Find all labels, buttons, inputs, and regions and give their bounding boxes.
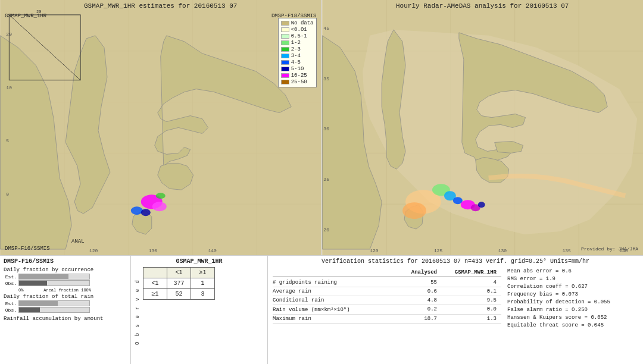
contingency-panel: GSMAP_MWR_1HR O b s e r v e d <1 ≥1: [131, 256, 268, 364]
chart-row-est-2: Est.: [4, 300, 127, 306]
est-bar-2: [18, 300, 90, 306]
verif-row-maxrain: Maximum rain 18.7 1.3: [273, 315, 501, 324]
obs-bar-1: [18, 280, 90, 286]
legend-color-05-1: [281, 34, 289, 39]
svg-point-12: [131, 206, 143, 215]
legend-color-4-5: [281, 60, 289, 65]
contingency-row-gte1: ≥1 52 3: [143, 289, 215, 300]
svg-point-38: [452, 197, 462, 204]
contingency-layout: O b s e r v e d <1 ≥1: [135, 267, 264, 345]
provided-label: Provided by: JWA/JMA: [581, 246, 638, 252]
verif-row-condrain: Conditional rain 4.8 9.5: [273, 296, 501, 305]
verif-label-avgrain: Average rain: [273, 288, 382, 294]
obs-label-1: Obs.: [4, 281, 17, 286]
verif-row-rainvol: Rain volume (mm×km²×10⁶) 0.2 0.0: [273, 305, 501, 315]
svg-point-13: [141, 209, 151, 216]
legend-item-10-25: 10-25: [281, 73, 314, 79]
contingency-header-empty: [143, 268, 167, 278]
legend-color-nodata: [281, 21, 289, 26]
legend-label-05-1: 0.5-1: [291, 33, 307, 39]
contingency-cell-lt1-label: <1: [143, 278, 167, 289]
svg-text:30: 30: [323, 126, 329, 131]
contingency-cell-gte1-label: ≥1: [143, 289, 167, 300]
legend-item-2-3: 2-3: [281, 46, 314, 52]
legend-label-001: <0.01: [291, 27, 307, 33]
svg-text:0: 0: [6, 192, 9, 197]
left-map-title: GSMAP_MWR_1HR estimates for 20160513 07: [84, 2, 237, 10]
legend-label-5-10: 5-10: [291, 66, 304, 72]
obs-bar-fill-1: [19, 281, 47, 285]
chart-row-est-1: Est.: [4, 274, 127, 280]
verif-row-avgrain: Average rain 0.6 0.1: [273, 287, 501, 296]
verif-left-table: Analysed GSMAP_MWR_1HR # gridpoints rain…: [273, 268, 501, 328]
verif-val-rainvol-gsmap: 0.0: [442, 306, 501, 313]
contingency-cell-gte1-gte1: 3: [191, 289, 215, 300]
verif-val-maxrain-analysed: 18.7: [382, 316, 442, 322]
legend-item-nodata: No data: [281, 20, 314, 26]
chart-totalrain-bars: Est. Obs.: [4, 300, 127, 313]
verif-label-rainvol: Rain volume (mm×km²×10⁶): [273, 306, 382, 313]
legend-item-25-50: 25-50: [281, 79, 314, 85]
stat-far: False alarm ratio = 0.250: [507, 307, 638, 313]
stat-rms: RMS error = 1.9: [507, 276, 638, 282]
right-map-panel: Hourly Radar-AMeDAS analysis for 2016051…: [322, 0, 644, 255]
verif-content: Analysed GSMAP_MWR_1HR # gridpoints rain…: [273, 268, 638, 328]
verif-header-row: Analysed GSMAP_MWR_1HR: [273, 268, 501, 277]
left-map-label-bl: DMSP-F16/SSMIS: [5, 246, 50, 252]
svg-point-35: [402, 202, 426, 219]
est-label-2: Est.: [4, 301, 17, 306]
satellite-label: DMSP-F16/SSMIS: [4, 258, 127, 265]
svg-text:130: 130: [149, 248, 158, 253]
stat-corr: Correlation coeff = 0.627: [507, 284, 638, 290]
chart-occurrence: Daily fraction by occurrence Est. Obs.: [4, 267, 127, 293]
axis-start-1: 0%: [18, 288, 23, 293]
svg-text:135: 135: [562, 248, 571, 253]
chart-totalrain-title: Daily fraction of total rain: [4, 294, 127, 300]
legend-item-5-10: 5-10: [281, 66, 314, 72]
svg-point-11: [152, 202, 167, 211]
est-bar-fill-2: [19, 301, 58, 306]
svg-text:120: 120: [370, 248, 379, 253]
legend-label-3-4: 3-4: [291, 53, 301, 59]
obs-bar-fill-2: [19, 307, 40, 312]
contingency-header-gte1: ≥1: [191, 268, 215, 278]
verif-title: Verification statistics for 20160513 07 …: [273, 258, 638, 265]
chart-occurrence-title: Daily fraction by occurrence: [4, 267, 127, 273]
anal-label: ANAL: [71, 239, 85, 244]
chart-accumulation-title: Rainfall accumulation by amount: [4, 316, 127, 322]
right-map-title: Hourly Radar-AMeDAS analysis for 2016051…: [396, 2, 569, 10]
legend-panel: No data <0.01 0.5-1 1-2 2-3: [278, 18, 317, 87]
legend-color-3-4: [281, 54, 289, 58]
legend-label-25-50: 25-50: [291, 79, 307, 85]
verif-col-gsmap: GSMAP_MWR_1HR: [442, 269, 501, 275]
svg-text:125: 125: [433, 248, 442, 253]
verif-val-avgrain-gsmap: 0.1: [442, 288, 501, 294]
verification-panel: Verification statistics for 20160513 07 …: [268, 256, 643, 364]
svg-text:10: 10: [6, 85, 12, 90]
verif-val-rainvol-analysed: 0.2: [382, 306, 442, 313]
legend-label-10-25: 10-25: [291, 73, 307, 79]
left-map-svg: 20 20 10 5 0 120 130 140: [0, 0, 322, 255]
verif-val-condrain-gsmap: 9.5: [442, 297, 501, 303]
legend-color-2-3: [281, 47, 289, 52]
obs-label-2: Obs.: [4, 307, 17, 313]
stat-pod: Probability of detection = 0.055: [507, 299, 638, 305]
svg-text:5: 5: [6, 138, 9, 143]
contingency-cell-lt1-gte1: 1: [191, 278, 215, 289]
svg-text:45: 45: [323, 26, 329, 31]
verif-col-analysed: Analysed: [382, 269, 442, 275]
svg-text:20: 20: [6, 32, 12, 37]
stat-mae: Mean abs error = 0.6: [507, 268, 638, 274]
verif-label-condrain: Conditional rain: [273, 297, 382, 303]
stat-hks: Hanssen & Kuipers score = 0.052: [507, 315, 638, 321]
verif-row-gridpoints: # gridpoints raining 55 4: [273, 278, 501, 287]
obs-vertical-container: O b s e r v e d: [135, 267, 141, 345]
legend-color-10-25: [281, 73, 289, 78]
legend-item-4-5: 4-5: [281, 59, 314, 65]
contingency-cell-lt1-lt1: 377: [167, 278, 191, 289]
chart-occurrence-bars: Est. Obs.: [4, 274, 127, 286]
maps-row: GSMAP_MWR_1HR estimates for 20160513 07 …: [0, 0, 643, 256]
legend-item-1-2: 1-2: [281, 40, 314, 46]
contingency-header-lt1: <1: [167, 268, 191, 278]
contingency-title: GSMAP_MWR_1HR: [135, 258, 264, 265]
